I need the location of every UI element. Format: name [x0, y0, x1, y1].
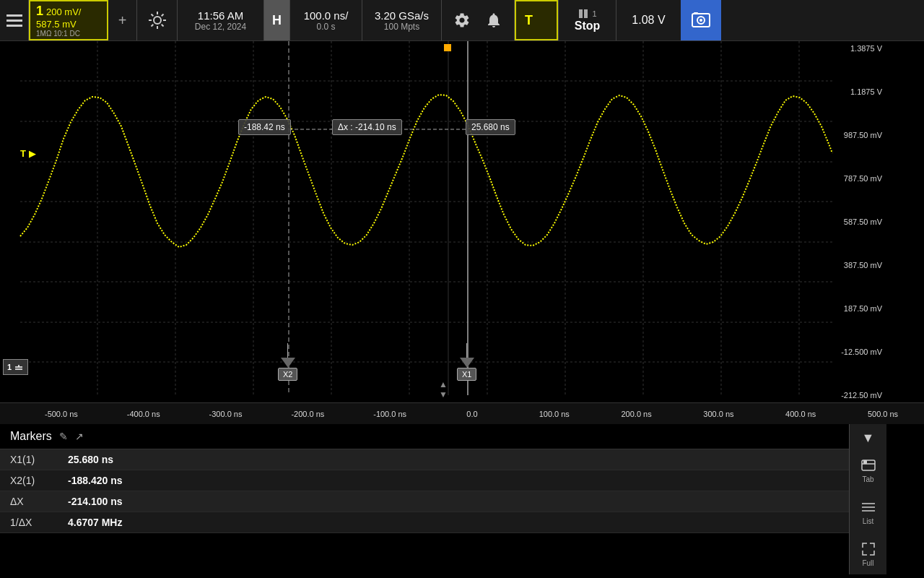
voltage-readout: 1.08 V [616, 0, 681, 40]
oscilloscope-display: T ▶ [0, 41, 886, 402]
svg-point-14 [699, 19, 702, 22]
acq-points: 100 Mpts [384, 22, 419, 32]
expand-markers-icon[interactable]: ↗ [75, 431, 84, 442]
current-time: 11:56 AM [198, 9, 243, 22]
svg-line-7 [161, 14, 163, 17]
acquisition-block[interactable]: 3.20 GSa/s 100 Mpts [362, 0, 442, 40]
list-label: List [863, 517, 874, 525]
stop-icon [578, 8, 589, 20]
vlabel-4: 587.50 mV [834, 217, 885, 226]
table-row: ΔX -214.100 ns [0, 491, 849, 512]
list-icon [860, 499, 876, 515]
vlabel-6: 187.50 mV [834, 304, 885, 313]
channel1-offset: 587.5 mV [36, 19, 101, 30]
time-label-0: -500.0 ns [20, 410, 103, 418]
bell-button[interactable] [481, 7, 507, 33]
channel1-number: 1 [36, 4, 43, 19]
timebase-sub: 0.0 s [316, 22, 335, 32]
vlabel-1: 1.1875 V [834, 87, 885, 96]
ground-icon [14, 362, 24, 372]
row-label-1: X2(1) [0, 470, 58, 491]
row-value-1: -188.420 ns [58, 470, 849, 491]
list-button[interactable]: List [852, 492, 885, 532]
svg-rect-12 [694, 12, 698, 14]
vlabel-2: 987.50 mV [834, 131, 885, 139]
tab-icon [860, 457, 876, 473]
time-label-5: 0.0 [431, 410, 513, 418]
full-icon [860, 541, 876, 557]
ch1-icon[interactable]: 1 [3, 359, 28, 375]
time-label-3: -200.0 ns [266, 410, 349, 418]
expand-arrow-button[interactable]: ▼ [852, 427, 885, 449]
nav-down-icon[interactable]: ▼ [439, 389, 448, 400]
row-label-2: ΔX [0, 491, 58, 512]
svg-line-6 [161, 25, 163, 27]
time-label-6: 100.0 ns [513, 410, 596, 418]
markers-header: Markers ✎ ↗ [0, 424, 849, 449]
trigger-button[interactable]: T [515, 0, 558, 40]
svg-point-0 [154, 17, 161, 24]
timebase-block[interactable]: 100.0 ns/ 0.0 s [290, 0, 362, 40]
channel-count: 1 [592, 9, 596, 18]
add-channel-button[interactable]: + [108, 0, 137, 40]
channel1-button[interactable]: 1 200 mV/ 587.5 mV 1MΩ 10:1 DC [29, 0, 108, 40]
full-button[interactable]: Full [852, 534, 885, 574]
nav-arrows[interactable]: ▲ ▼ [439, 379, 448, 400]
brightness-button[interactable] [137, 0, 178, 40]
settings-icon [453, 12, 471, 29]
marker-x2-label: -188.42 ns [238, 119, 291, 135]
row-value-0: 25.680 ns [58, 449, 849, 470]
time-label-7: 200.0 ns [596, 410, 678, 418]
tab-label: Tab [862, 475, 873, 483]
time-label-1: -400.0 ns [103, 410, 185, 418]
channel1-scale: 200 mV/ [46, 7, 81, 17]
tab-button[interactable]: Tab [852, 450, 885, 491]
time-label-8: 300.0 ns [678, 410, 760, 418]
markers-title: Markers [10, 430, 52, 443]
full-label: Full [862, 559, 873, 567]
stop-button[interactable]: 1 Stop [558, 0, 616, 40]
brightness-icon [147, 10, 167, 30]
h-label: H [272, 13, 282, 28]
svg-line-8 [151, 25, 153, 27]
settings-button[interactable] [449, 7, 475, 33]
x2-flag[interactable]: X2 [278, 343, 297, 381]
x1-flag[interactable]: X1 [457, 343, 476, 381]
row-value-2: -214.100 ns [58, 491, 849, 512]
table-row: X2(1) -188.420 ns [0, 470, 849, 491]
markers-section: Markers ✎ ↗ X1(1) 25.680 ns X2(1) -188.4… [0, 424, 849, 574]
time-label-4: -100.0 ns [349, 410, 431, 418]
chevron-down-icon: ▼ [862, 431, 875, 446]
vlabel-7: -12.500 mV [834, 348, 885, 356]
hamburger-icon [6, 14, 22, 27]
markers-table: X1(1) 25.680 ns X2(1) -188.420 ns ΔX -21… [0, 449, 849, 533]
horizontal-button[interactable]: H [264, 0, 290, 40]
scope-grid [0, 41, 886, 402]
trigger-t-label: T [525, 13, 533, 28]
trigger-indicator [444, 44, 451, 51]
settings-bell-group [442, 0, 515, 40]
timebase-main: 100.0 ns/ [304, 9, 349, 22]
svg-rect-44 [863, 460, 867, 464]
time-axis: -500.0 ns -400.0 ns -300.0 ns -200.0 ns … [0, 402, 924, 424]
stop-label: Stop [575, 20, 601, 33]
edit-icon[interactable]: ✎ [59, 431, 68, 442]
menu-button[interactable] [0, 0, 29, 40]
channel1-info: 1MΩ 10:1 DC [36, 30, 101, 38]
acq-rate: 3.20 GSa/s [375, 9, 429, 22]
nav-up-icon[interactable]: ▲ [439, 379, 448, 389]
svg-rect-9 [579, 9, 583, 18]
table-row: 1/ΔX 4.6707 MHz [0, 512, 849, 533]
table-row: X1(1) 25.680 ns [0, 449, 849, 470]
row-label-0: X1(1) [0, 449, 58, 470]
svg-line-5 [151, 14, 153, 17]
datetime-block: 11:56 AM Dec 12, 2024 [178, 0, 264, 40]
vlabel-0: 1.3875 V [834, 44, 885, 53]
screenshot-button[interactable] [681, 0, 721, 40]
time-label-2: -300.0 ns [185, 410, 267, 418]
row-label-3: 1/ΔX [0, 512, 58, 533]
current-date: Dec 12, 2024 [195, 22, 246, 32]
vlabel-8: -212.50 mV [834, 391, 885, 400]
waveform-ch1 [20, 95, 832, 247]
voltage-labels: 1.3875 V 1.1875 V 987.50 mV 787.50 mV 58… [832, 41, 886, 402]
